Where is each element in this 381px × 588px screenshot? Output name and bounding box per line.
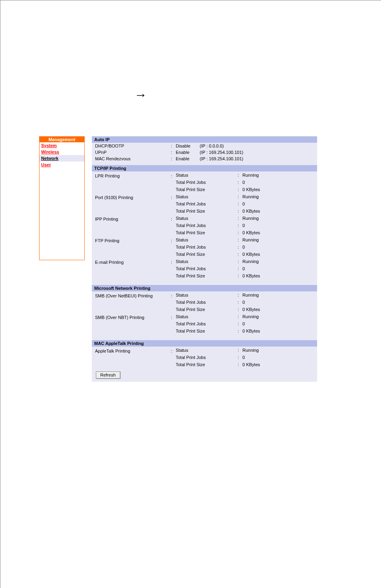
sidebar-item-wireless[interactable]: Wireless xyxy=(40,149,84,155)
group-label: SMB (Over NetBEUI) Printing xyxy=(95,291,171,313)
detail-value: 0 xyxy=(242,245,317,249)
sidebar-item-user[interactable]: User xyxy=(40,161,84,168)
row-group: Port (9100) Printing:Status:RunningTotal… xyxy=(92,193,317,215)
detail-colon: : xyxy=(238,362,242,367)
detail-colon: : xyxy=(238,329,242,333)
detail-colon: : xyxy=(238,173,242,177)
section-header-autoip: Auto IP xyxy=(92,136,317,143)
detail-row: Total Print Jobs:0 xyxy=(176,200,317,207)
detail-colon: : xyxy=(238,194,242,199)
group-label: AppleTalk Printing xyxy=(95,347,171,368)
detail-value: 0 KBytes xyxy=(242,307,317,312)
detail-colon: : xyxy=(238,230,242,235)
detail-row: Status:Running xyxy=(176,215,317,222)
detail-block: Status:RunningTotal Print Jobs:0Total Pr… xyxy=(176,347,317,368)
detail-colon: : xyxy=(238,252,242,257)
detail-row: Total Print Size:0 KBytes xyxy=(176,327,317,335)
detail-row: Total Print Size:0 KBytes xyxy=(176,272,317,279)
group-colon: : xyxy=(171,193,176,215)
detail-row: Total Print Size:0 KBytes xyxy=(176,186,317,193)
detail-block: Status:RunningTotal Print Jobs:0Total Pr… xyxy=(176,215,317,236)
refresh-button[interactable]: Refresh xyxy=(96,371,120,379)
detail-key: Total Print Jobs xyxy=(176,300,238,305)
detail-colon: : xyxy=(238,216,242,221)
detail-value: Running xyxy=(242,173,317,177)
detail-value: Running xyxy=(242,293,317,297)
detail-key: Status xyxy=(176,173,238,177)
detail-key: Total Print Jobs xyxy=(176,245,238,249)
autoip-row-dhcp: DHCP/BOOTP : Disable (IP : 0.0.0.0) xyxy=(92,143,317,149)
detail-key: Total Print Jobs xyxy=(176,201,238,206)
sidebar-link-network: Network xyxy=(41,156,58,161)
detail-key: Total Print Size xyxy=(176,362,238,367)
detail-value: 0 xyxy=(242,180,317,185)
sidebar-link-system[interactable]: System xyxy=(41,143,57,148)
detail-value: 0 KBytes xyxy=(242,362,317,367)
group-label: IPP Printing xyxy=(95,215,171,236)
detail-colon: : xyxy=(238,259,242,264)
detail-value: Running xyxy=(242,216,317,221)
group-colon: : xyxy=(171,347,176,368)
group-label: FTP Printing xyxy=(95,236,171,258)
detail-value: 0 KBytes xyxy=(242,230,317,235)
detail-value: 0 xyxy=(242,300,317,305)
row-group: AppleTalk Printing:Status:RunningTotal P… xyxy=(92,347,317,368)
group-colon: : xyxy=(171,215,176,236)
main-panel: Auto IP DHCP/BOOTP : Disable (IP : 0.0.0… xyxy=(92,136,317,382)
detail-row: Status:Running xyxy=(176,236,317,243)
detail-key: Status xyxy=(176,194,238,199)
detail-key: Total Print Size xyxy=(176,187,238,192)
group-label: Port (9100) Printing xyxy=(95,193,171,215)
detail-key: Total Print Jobs xyxy=(176,180,238,185)
row-ip: (IP : 0.0.0.0) xyxy=(200,144,264,148)
row-colon: : xyxy=(171,156,176,161)
detail-colon: : xyxy=(238,209,242,213)
row-group: FTP Printing:Status:RunningTotal Print J… xyxy=(92,236,317,258)
detail-key: Total Print Size xyxy=(176,209,238,213)
detail-colon: : xyxy=(238,307,242,312)
group-colon: : xyxy=(171,258,176,279)
sidebar: Management System Wireless Network User xyxy=(39,136,85,260)
detail-row: Total Print Jobs:0 xyxy=(176,299,317,306)
group-label: E-mail Printing xyxy=(95,258,171,279)
arrow-icon: → xyxy=(134,88,147,102)
detail-colon: : xyxy=(238,237,242,242)
detail-key: Status xyxy=(176,293,238,297)
detail-value: 0 KBytes xyxy=(242,273,317,278)
sidebar-link-user[interactable]: User xyxy=(41,162,51,167)
detail-value: Running xyxy=(242,194,317,199)
detail-key: Status xyxy=(176,259,238,264)
section-header-msnet: Microsoft Network Printing xyxy=(92,285,317,291)
detail-row: Status:Running xyxy=(176,347,317,354)
detail-row: Total Print Jobs:0 xyxy=(176,243,317,251)
sidebar-item-system[interactable]: System xyxy=(40,142,84,149)
detail-colon: : xyxy=(238,187,242,192)
row-state: Enable xyxy=(176,156,200,161)
sidebar-item-network[interactable]: Network xyxy=(40,155,84,161)
detail-value: 0 KBytes xyxy=(242,187,317,192)
row-state: Disable xyxy=(176,144,200,148)
detail-block: Status:RunningTotal Print Jobs:0Total Pr… xyxy=(176,193,317,215)
detail-row: Total Print Jobs:0 xyxy=(176,320,317,327)
detail-colon: : xyxy=(238,180,242,185)
detail-colon: : xyxy=(238,355,242,360)
section-header-tcpip: TCP/IP Printing xyxy=(92,165,317,171)
detail-colon: : xyxy=(238,201,242,206)
group-colon: : xyxy=(171,236,176,258)
detail-key: Total Print Size xyxy=(176,252,238,257)
detail-row: Total Print Size:0 KBytes xyxy=(176,306,317,313)
detail-colon: : xyxy=(238,348,242,353)
row-group: E-mail Printing:Status:RunningTotal Prin… xyxy=(92,258,317,279)
sidebar-link-wireless[interactable]: Wireless xyxy=(41,149,59,154)
detail-row: Total Print Size:0 KBytes xyxy=(176,251,317,258)
detail-key: Total Print Size xyxy=(176,329,238,333)
autoip-row-mac: MAC Rendezvous : Enable (IP : 169.254.10… xyxy=(92,155,317,162)
row-group: SMB (Over NBT) Printing:Status:RunningTo… xyxy=(92,313,317,335)
detail-value: 0 xyxy=(242,201,317,206)
detail-colon: : xyxy=(238,273,242,278)
detail-key: Total Print Size xyxy=(176,273,238,278)
detail-value: 0 xyxy=(242,355,317,360)
group-label: SMB (Over NBT) Printing xyxy=(95,313,171,335)
detail-value: 0 xyxy=(242,266,317,271)
detail-key: Status xyxy=(176,314,238,319)
